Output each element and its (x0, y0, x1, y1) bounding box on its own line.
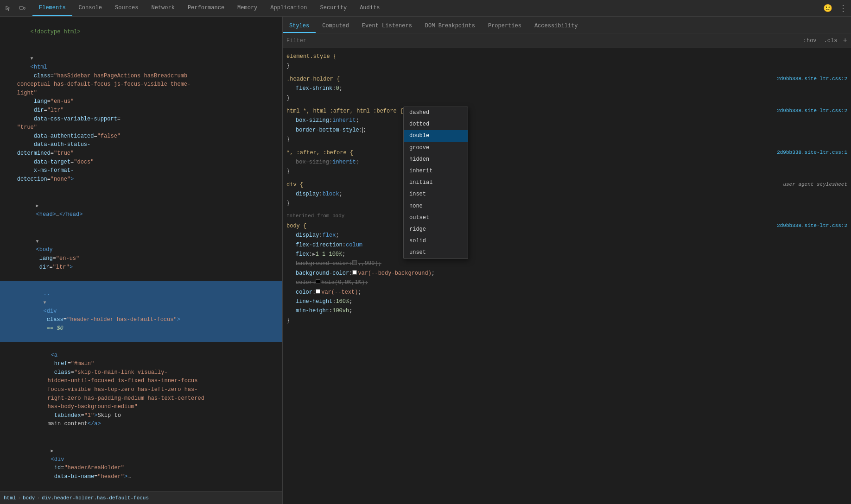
device-icon[interactable] (16, 2, 29, 15)
tab-performance[interactable]: Performance (181, 0, 231, 16)
box-sizing-value[interactable]: inherit (332, 116, 356, 125)
display-block-value[interactable]: block (323, 189, 339, 199)
box-sizing-line: box-sizing : inherit ; (286, 116, 847, 125)
tab-properties[interactable]: Properties (482, 20, 528, 33)
header-holder-source[interactable]: 2d9bb338.site-ltr.css:2 (777, 75, 847, 83)
breadcrumb-html[interactable]: html (4, 495, 16, 501)
tab-memory[interactable]: Memory (231, 0, 264, 16)
autocomplete-unset[interactable]: unset (404, 247, 468, 258)
skip-link: <a href="#main" class="skip-to-main-link… (0, 342, 282, 438)
bg-swatch-var[interactable] (352, 270, 357, 275)
tab-network[interactable]: Network (145, 0, 181, 16)
header-holder-rule: .header-holder { 2d9bb338.site-ltr.css:2… (283, 73, 851, 105)
tab-sources[interactable]: Sources (108, 0, 145, 16)
bg-color-strikethrough-prop: background-color (296, 259, 349, 268)
bg-color-var-value[interactable]: var(--body-background) (358, 269, 431, 278)
star-rule: *, :after, :before { 2d9bb338.site-ltr.c… (283, 146, 851, 178)
autocomplete-none[interactable]: none (404, 201, 468, 212)
flex-direction-line: flex-direction : colum (286, 240, 847, 250)
more-options-icon[interactable]: ⋮ (836, 2, 849, 15)
body-source[interactable]: 2d9bb338.site-ltr.css:2 (777, 221, 847, 230)
star-selector: *, :after, :before { (286, 150, 353, 156)
cursor-icon[interactable] (2, 2, 15, 15)
autocomplete-inset[interactable]: inset (404, 189, 468, 200)
color-var-value[interactable]: var(--text) (321, 288, 358, 297)
tab-accessibility[interactable]: Accessibility (528, 20, 584, 33)
star-source[interactable]: 2d9bb338.site-ltr.css:1 (777, 148, 847, 157)
div-source: user agent stylesheet (783, 180, 847, 189)
flex-prop: flex (296, 250, 309, 259)
box-sizing-strikethrough-value: inherit (332, 158, 356, 167)
autocomplete-dotted[interactable]: dotted (404, 119, 468, 130)
html-toggle[interactable] (31, 55, 36, 63)
autocomplete-dropdown: dashed dotted double groove hidden inher… (403, 107, 468, 259)
autocomplete-outset[interactable]: outset (404, 212, 468, 224)
feedback-icon[interactable]: 🙂 (821, 2, 834, 15)
autocomplete-dashed[interactable]: dashed (404, 107, 468, 119)
box-sizing-prop: box-sizing (296, 116, 329, 125)
toolbar-right: 🙂 ⋮ (821, 2, 849, 15)
autocomplete-groove[interactable]: groove (404, 142, 468, 154)
toolbar-icons (2, 2, 29, 15)
tab-console[interactable]: Console (72, 0, 108, 16)
line-height-prop: line-height (296, 297, 332, 306)
tab-computed[interactable]: Computed (316, 20, 356, 33)
header-area-toggle[interactable] (51, 447, 57, 455)
flex-value[interactable]: 1 1 100% (316, 250, 343, 259)
inherited-label: Inherited from body (283, 210, 851, 220)
head-collapsed[interactable]: <head>…</head> (0, 193, 282, 228)
breadcrumb-div[interactable]: div.header-holder.has-default-focus (42, 495, 149, 501)
autocomplete-initial[interactable]: initial (404, 177, 468, 189)
tab-dom-breakpoints[interactable]: DOM Breakpoints (419, 20, 482, 33)
color-strikethrough-prop: color (296, 278, 312, 287)
body-rule: body { 2d9bb338.site-ltr.css:2 display :… (283, 220, 851, 327)
min-height-prop: min-height (296, 306, 329, 315)
div-selector: div { (286, 182, 303, 188)
autocomplete-solid[interactable]: solid (404, 235, 468, 247)
cls-button[interactable]: .cls (822, 37, 839, 45)
breadcrumb-sep-2: › (37, 495, 40, 501)
tab-elements[interactable]: Elements (32, 0, 72, 16)
border-bottom-style-prop[interactable]: border-bottom-style (296, 126, 359, 135)
element-style-close: } (286, 63, 290, 69)
flex-expand-icon[interactable]: ▶ (312, 250, 316, 259)
display-flex-value[interactable]: flex (323, 231, 336, 240)
flex-direction-value[interactable]: colum (346, 240, 362, 250)
color-swatch-strikethrough[interactable] (316, 279, 320, 284)
display-flex-line: display : flex ; (286, 231, 847, 240)
autocomplete-hidden[interactable]: hidden (404, 154, 468, 165)
tab-styles[interactable]: Styles (283, 20, 316, 33)
svg-rect-1 (24, 7, 25, 9)
min-height-value[interactable]: 100vh (332, 306, 349, 315)
html-star-source[interactable]: 2d9bb338.site-ltr.css:2 (777, 107, 847, 115)
flex-shrink-prop: flex-shrink (296, 84, 332, 93)
min-height-line: min-height : 100vh ; (286, 306, 847, 315)
breadcrumb-body[interactable]: body (23, 495, 35, 501)
devtools-toolbar: Elements Console Sources Network Perform… (0, 0, 851, 17)
autocomplete-ridge[interactable]: ridge (404, 224, 468, 235)
toolbar-tabs: Elements Console Sources Network Perform… (32, 0, 386, 16)
flex-shrink-value[interactable]: 0 (336, 84, 339, 93)
elements-panel: <!doctype html> <html class="hasSidebar … (0, 17, 283, 504)
styles-content[interactable]: element.style { } .header-holder { 2d9bb… (283, 48, 851, 504)
tab-audits[interactable]: Audits (353, 0, 386, 16)
tab-application[interactable]: Application (264, 0, 313, 16)
element-style-rule: element.style { } (283, 50, 851, 73)
bg-swatch-strikethrough[interactable] (352, 260, 357, 265)
header-holder-selector: .header-holder { (286, 76, 340, 82)
filter-input[interactable] (286, 38, 798, 44)
hov-button[interactable]: :hov (801, 37, 819, 45)
elements-content[interactable]: <!doctype html> <html class="hasSidebar … (0, 17, 282, 491)
header-holder-toggle[interactable] (44, 299, 49, 307)
tab-security[interactable]: Security (314, 0, 354, 16)
add-style-button[interactable]: + (843, 37, 847, 44)
tab-event-listeners[interactable]: Event Listeners (356, 20, 419, 33)
body-open: <body lang="en-us" dir="ltr"> (0, 228, 282, 281)
autocomplete-double[interactable]: double (404, 130, 468, 142)
color-swatch-var[interactable] (316, 289, 320, 294)
autocomplete-inherit[interactable]: inherit (404, 165, 468, 177)
head-toggle[interactable] (36, 202, 42, 210)
header-holder-selected[interactable]: .. <div class="header-holder has-default… (0, 281, 282, 342)
body-toggle[interactable] (36, 238, 42, 246)
line-height-value[interactable]: 160% (336, 297, 349, 306)
